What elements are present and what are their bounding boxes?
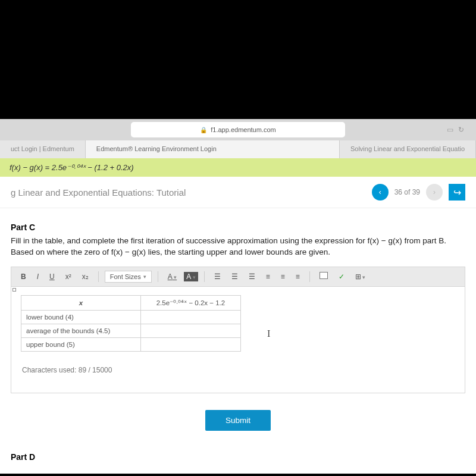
row-upper-label[interactable]: upper bound (5) <box>21 337 141 351</box>
tab-solving[interactable]: Solving Linear and Exponential Equatio <box>340 140 476 158</box>
table-row: lower bound (4) <box>21 310 241 324</box>
list-ol-icon[interactable]: ☰ <box>228 271 242 282</box>
row-avg-label[interactable]: average of the bounds (4.5) <box>21 324 141 337</box>
url-text: f1.app.edmentum.com <box>211 126 275 133</box>
align-right-icon[interactable]: ≡ <box>292 271 303 282</box>
character-count: Characters used: 89 / 15000 <box>21 366 455 374</box>
align-left-icon[interactable]: ≡ <box>262 271 274 282</box>
check-icon[interactable]: ✓ <box>335 271 348 282</box>
table-icon[interactable]: ⊞ <box>352 271 369 282</box>
row-lower-label[interactable]: lower bound (4) <box>21 310 141 324</box>
equation-display: f(x) − g(x) = 2.5e⁻⁰·⁰⁴ˣ − (1.2 + 0.2x) <box>0 158 476 177</box>
reader-icon[interactable]: ▭ <box>447 126 453 134</box>
lock-icon: 🔒 <box>200 127 207 133</box>
reload-icon[interactable]: ↻ <box>458 126 464 134</box>
url-display[interactable]: 🔒 f1.app.edmentum.com <box>131 122 345 137</box>
table-row: average of the bounds (4.5) <box>21 324 241 337</box>
tab-login[interactable]: uct Login | Edmentum <box>0 140 86 158</box>
italic-button[interactable]: I <box>33 271 42 282</box>
underline-button[interactable]: U <box>46 271 58 282</box>
part-c-label: Part C <box>11 223 465 232</box>
col-header-x[interactable]: x <box>21 295 141 310</box>
part-d-label: Part D <box>0 447 476 474</box>
list-ul-icon[interactable]: ☰ <box>211 271 224 282</box>
font-color-button[interactable]: A <box>164 271 181 282</box>
editor-toolbar: B I U x² x₂ Font Sizes A A ☰ ☰ ☰ ≡ ≡ ≡ ✓… <box>11 267 465 286</box>
pager-prev-button[interactable]: ‹ <box>372 184 389 201</box>
submit-button[interactable]: Submit <box>205 410 271 431</box>
part-c-instructions: Fill in the table, and complete the firs… <box>11 236 465 258</box>
pager-next-button[interactable]: › <box>426 184 443 201</box>
col-header-expr[interactable]: 2.5e⁻⁰·⁰⁴ˣ − 0.2x − 1.2 <box>140 295 240 310</box>
row-avg-value[interactable] <box>140 324 240 337</box>
row-lower-value[interactable] <box>140 310 240 324</box>
pager-text: 36 of 39 <box>394 188 420 196</box>
bold-button[interactable]: B <box>17 271 30 282</box>
row-upper-value[interactable] <box>140 337 240 351</box>
indent-icon[interactable]: ☰ <box>245 271 259 282</box>
tabs-row: uct Login | Edmentum Edmentum® Learning … <box>0 140 476 158</box>
exit-button[interactable]: ↪ <box>449 184 465 201</box>
text-cursor-icon: I <box>267 328 270 339</box>
subscript-button[interactable]: x₂ <box>79 271 92 282</box>
browser-address-bar: 🔒 f1.app.edmentum.com ▭ ↻ <box>0 119 476 140</box>
tutorial-header: g Linear and Exponential Equations: Tuto… <box>0 177 476 208</box>
tutorial-title: g Linear and Exponential Equations: Tuto… <box>11 187 186 198</box>
answer-table[interactable]: x 2.5e⁻⁰·⁰⁴ˣ − 0.2x − 1.2 lower bound (4… <box>21 295 241 352</box>
resize-handle[interactable] <box>12 288 16 292</box>
highlight-button[interactable]: A <box>184 272 198 281</box>
font-size-select[interactable]: Font Sizes <box>105 271 152 283</box>
align-center-icon[interactable]: ≡ <box>277 271 289 282</box>
tab-environment[interactable]: Edmentum® Learning Environment Login <box>86 140 340 158</box>
image-icon[interactable] <box>316 271 331 282</box>
editor-body[interactable]: x 2.5e⁻⁰·⁰⁴ˣ − 0.2x − 1.2 lower bound (4… <box>11 286 465 393</box>
superscript-button[interactable]: x² <box>62 271 75 282</box>
table-row: upper bound (5) <box>21 337 241 351</box>
